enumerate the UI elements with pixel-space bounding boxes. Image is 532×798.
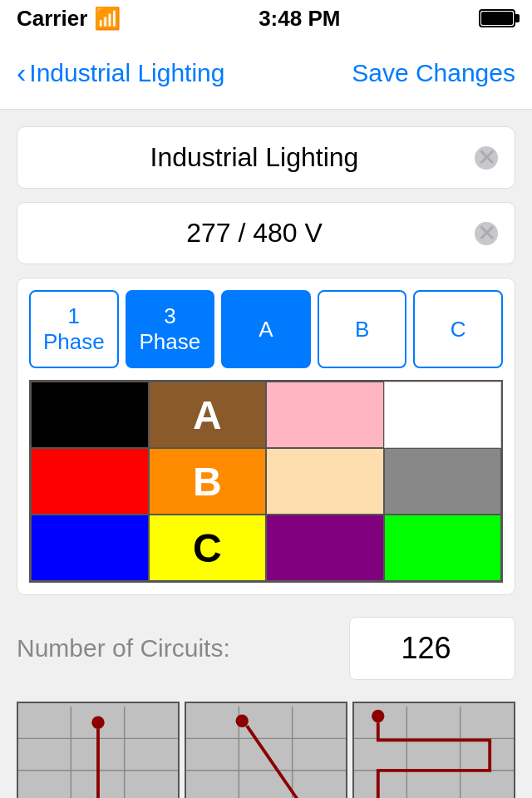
circuits-input[interactable]	[375, 631, 490, 666]
diagram-zigzag[interactable]	[352, 702, 515, 798]
color-grid: A B C	[29, 380, 503, 583]
nav-bar: ‹ Industrial Lighting Save Changes	[0, 37, 532, 110]
main-content: ✕ ✕ 1 Phase 3 Phase A B C A B	[0, 110, 532, 798]
carrier-wifi: Carrier 📶	[17, 6, 121, 32]
svg-point-7	[91, 717, 104, 729]
svg-point-17	[236, 715, 249, 727]
back-label: Industrial Lighting	[29, 59, 224, 87]
color-cell-black[interactable]	[31, 382, 149, 448]
carrier-label: Carrier	[17, 6, 87, 31]
voltage-input-container: ✕	[17, 202, 515, 264]
back-chevron-icon: ‹	[17, 57, 26, 89]
color-cell-green[interactable]	[384, 515, 502, 581]
save-changes-button[interactable]: Save Changes	[352, 59, 515, 87]
color-cell-blue[interactable]	[31, 515, 149, 581]
one-phase-button[interactable]: 1 Phase	[29, 290, 119, 368]
circuits-row: Number of Circuits:	[17, 608, 515, 688]
phase-buttons-row: 1 Phase 3 Phase A B C	[29, 290, 503, 368]
phase-c-button[interactable]: C	[413, 290, 503, 368]
diagram-diagonal[interactable]	[185, 702, 347, 798]
voltage-input[interactable]	[34, 218, 475, 249]
color-cell-yellow-C[interactable]: C	[149, 515, 267, 581]
name-input[interactable]	[34, 142, 475, 173]
status-bar: Carrier 📶 3:48 PM	[0, 0, 532, 37]
color-cell-brown-A[interactable]: A	[149, 382, 267, 448]
battery-icon	[479, 9, 515, 27]
battery-indicator	[479, 9, 515, 27]
diagram-straight[interactable]	[17, 702, 180, 798]
color-cell-pink[interactable]	[266, 382, 384, 448]
circuits-label: Number of Circuits:	[17, 634, 230, 663]
phase-a-button[interactable]: A	[221, 290, 311, 368]
phase-b-button[interactable]: B	[318, 290, 407, 368]
three-phase-button[interactable]: 3 Phase	[126, 290, 215, 368]
back-button[interactable]: ‹ Industrial Lighting	[17, 57, 224, 89]
phase-selector-container: 1 Phase 3 Phase A B C A B C	[17, 278, 515, 595]
color-cell-red[interactable]	[31, 448, 149, 515]
circuits-input-container	[349, 617, 515, 680]
color-cell-purple[interactable]	[266, 515, 384, 581]
color-cell-peach[interactable]	[266, 448, 384, 515]
color-cell-gray[interactable]	[384, 448, 502, 515]
svg-point-27	[372, 710, 384, 722]
voltage-clear-button[interactable]: ✕	[475, 222, 498, 245]
color-cell-white[interactable]	[384, 382, 502, 448]
name-clear-button[interactable]: ✕	[475, 146, 498, 170]
diagrams-row	[17, 702, 515, 798]
name-input-container: ✕	[17, 126, 515, 189]
color-cell-orange-B[interactable]: B	[149, 448, 267, 515]
wifi-icon: 📶	[94, 6, 121, 31]
status-time: 3:48 PM	[259, 6, 340, 32]
